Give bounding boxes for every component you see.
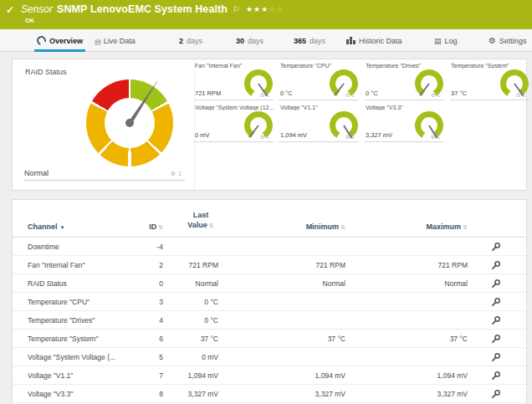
channel-maximum: Normal xyxy=(345,279,468,288)
channel-id: 6 xyxy=(138,335,163,343)
channel-settings-icon[interactable] xyxy=(491,242,501,252)
table-row[interactable]: Voltage "V3.3" 8 3,327 mV 3,327 mV 3,327… xyxy=(13,385,526,403)
channel-name: Voltage "System Voltage (... xyxy=(28,353,138,361)
channel-settings-icon[interactable] xyxy=(491,279,501,289)
channel-last-value: 0 °C xyxy=(163,316,218,325)
channel-settings-icon[interactable] xyxy=(491,260,501,270)
channel-id: 4 xyxy=(138,316,163,325)
gauge-pin-icon[interactable]: ↧ xyxy=(266,92,271,98)
channel-settings-icon[interactable] xyxy=(491,315,501,325)
table-row[interactable]: Temperature "CPU" 3 0 °C xyxy=(13,293,526,311)
raid-gauge-footer: Normal ⚙↧ xyxy=(24,169,185,181)
priority-flag-icon[interactable]: ⚐ xyxy=(233,5,240,14)
gauge-gear-icon[interactable]: ⚙ xyxy=(345,92,351,98)
gauge-pin-icon[interactable]: ↧ xyxy=(437,92,442,98)
channel-maximum: 1,094 mV xyxy=(345,371,468,380)
channel-name: Temperature "System" xyxy=(28,335,138,343)
column-header-maximum[interactable]: Maximum⇅ xyxy=(345,222,468,231)
table-row[interactable]: Temperature "System" 6 37 °C 37 °C 37 °C xyxy=(13,330,526,348)
channel-id: 5 xyxy=(138,353,163,361)
channel-name: Fan "Internal Fan" xyxy=(28,261,138,269)
tab-30-days[interactable]: 30 days xyxy=(236,29,263,52)
gauge-gear-icon[interactable]: ⚙ xyxy=(431,134,437,140)
channel-name: Temperature "Drives" xyxy=(28,316,138,325)
mini-gauge-tile-voltage-v11[interactable]: Voltage "V1.1" 1,094 mV ⚙↧ xyxy=(279,102,359,142)
raid-gauge-title: RAID Status xyxy=(25,68,67,76)
gauge-gear-icon[interactable]: ⚙ xyxy=(260,92,266,98)
channel-last-value: 0 mV xyxy=(163,353,218,361)
bar-chart-icon xyxy=(346,37,356,44)
tab-log[interactable]: Log xyxy=(434,29,458,52)
status-ok-check-icon: ✓ xyxy=(6,4,14,16)
gauge-pin-icon[interactable]: ↧ xyxy=(351,134,356,140)
channel-last-value: 0 °C xyxy=(163,298,218,306)
gauge-gear-icon[interactable]: ⚙ xyxy=(345,134,351,140)
mini-gauge-tile-temp-drives[interactable]: Temperature "Drives" 0 °C ⚙↧ xyxy=(365,60,444,100)
table-row[interactable]: Voltage "System Voltage (... 5 0 mV xyxy=(13,348,526,366)
tab-live-data[interactable]: Live Data xyxy=(95,29,136,52)
channel-name: Voltage "V3.3" xyxy=(28,390,138,398)
channel-minimum: Normal xyxy=(218,279,345,288)
table-row[interactable]: Voltage "V1.1" 7 1,094 mV 1,094 mV 1,094… xyxy=(13,366,526,385)
mini-gauge-tile-fan[interactable]: Fan "Internal Fan" 721 RPM ⚙↧ xyxy=(194,60,274,100)
sensor-header: ✓ Sensor SNMP LenovoEMC System Health ⚐ … xyxy=(0,0,532,29)
channel-id: 0 xyxy=(138,279,163,288)
channel-name: Downtime xyxy=(28,243,138,251)
sort-icon: ⇅ xyxy=(209,222,214,228)
channel-settings-icon[interactable] xyxy=(491,389,501,399)
table-header-row: Channel▼ ID⇅ Last Value⇅ Minimum⇅ Maximu… xyxy=(13,200,526,238)
gauge-gear-icon[interactable]: ⚙ xyxy=(431,92,437,98)
table-row[interactable]: Fan "Internal Fan" 2 721 RPM 721 RPM 721… xyxy=(13,256,526,274)
channel-name: Voltage "V1.1" xyxy=(28,371,138,380)
mini-gauge-tile-voltage-v33[interactable]: Voltage "V3.3" 3,327 mV ⚙↧ xyxy=(365,102,444,142)
column-header-last-value[interactable]: Last Value⇅ xyxy=(163,210,218,231)
raid-gauge-hub xyxy=(125,119,134,127)
channel-settings-icon[interactable] xyxy=(491,352,501,362)
gauge-icon xyxy=(35,34,48,47)
tab-2-days[interactable]: 2 days xyxy=(179,29,202,52)
mini-gauge-tile-temp-cpu[interactable]: Temperature "CPU" 0 °C ⚙↧ xyxy=(279,60,359,100)
channel-id: 7 xyxy=(138,371,163,380)
channel-maximum: 721 RPM xyxy=(345,261,468,269)
page-title: SNMP LenovoEMC System Health xyxy=(57,3,228,15)
sensor-type-label: Sensor xyxy=(21,3,53,15)
channel-id: 2 xyxy=(138,261,163,269)
column-header-minimum[interactable]: Minimum⇅ xyxy=(218,222,345,231)
gauge-gear-icon[interactable]: ⚙ xyxy=(171,171,177,176)
table-row[interactable]: Downtime -4 xyxy=(13,238,526,256)
column-header-id[interactable]: ID⇅ xyxy=(138,222,163,231)
channel-name: RAID Status xyxy=(28,279,138,288)
channel-minimum: 37 °C xyxy=(218,335,345,343)
channel-settings-icon[interactable] xyxy=(491,334,501,344)
column-header-channel[interactable]: Channel▼ xyxy=(28,222,138,231)
tab-settings[interactable]: Settings xyxy=(489,29,527,52)
channel-settings-icon[interactable] xyxy=(491,297,501,307)
gauge-gear-icon[interactable]: ⚙ xyxy=(260,134,266,140)
channel-maximum: 37 °C xyxy=(345,335,468,343)
channel-settings-icon[interactable] xyxy=(491,371,501,381)
channel-maximum: 3,327 mV xyxy=(345,390,468,398)
gauge-pin-icon[interactable]: ↧ xyxy=(522,92,527,98)
tab-365-days[interactable]: 365 days xyxy=(294,29,325,52)
tab-overview[interactable]: Overview xyxy=(37,29,83,52)
priority-stars[interactable]: ★★★☆☆ xyxy=(246,5,284,13)
gauge-pin-icon[interactable]: ↧ xyxy=(351,92,356,98)
gauge-gear-icon[interactable]: ⚙ xyxy=(516,92,522,98)
gauge-pin-icon[interactable]: ↧ xyxy=(437,134,442,140)
raid-gauge-needle xyxy=(128,78,161,125)
raid-status-gauge-cell[interactable]: RAID Status Normal ⚙↧ xyxy=(13,59,195,190)
tab-historic-data[interactable]: Historic Data xyxy=(346,29,402,52)
mini-gauge-tile-voltage-system[interactable]: Voltage "System Voltage (12... 0 mV ⚙↧ xyxy=(194,102,274,142)
channel-id: 8 xyxy=(138,390,163,398)
sort-desc-icon: ▼ xyxy=(60,225,65,230)
sort-icon: ⇅ xyxy=(463,224,468,230)
gear-icon xyxy=(489,36,496,45)
table-row[interactable]: RAID Status 0 Normal Normal Normal xyxy=(13,274,526,293)
channels-table: Channel▼ ID⇅ Last Value⇅ Minimum⇅ Maximu… xyxy=(12,199,527,404)
prtg-sensor-page: ✓ Sensor SNMP LenovoEMC System Health ⚐ … xyxy=(0,0,532,404)
raid-status-value: Normal xyxy=(24,169,49,177)
table-row[interactable]: Temperature "Drives" 4 0 °C xyxy=(13,311,526,330)
gauge-pin-icon[interactable]: ↧ xyxy=(177,171,184,176)
gauge-pin-icon[interactable]: ↧ xyxy=(266,134,271,140)
mini-gauge-tile-temp-system[interactable]: Temperature "System" 37 °C ⚙↧ xyxy=(450,60,529,100)
